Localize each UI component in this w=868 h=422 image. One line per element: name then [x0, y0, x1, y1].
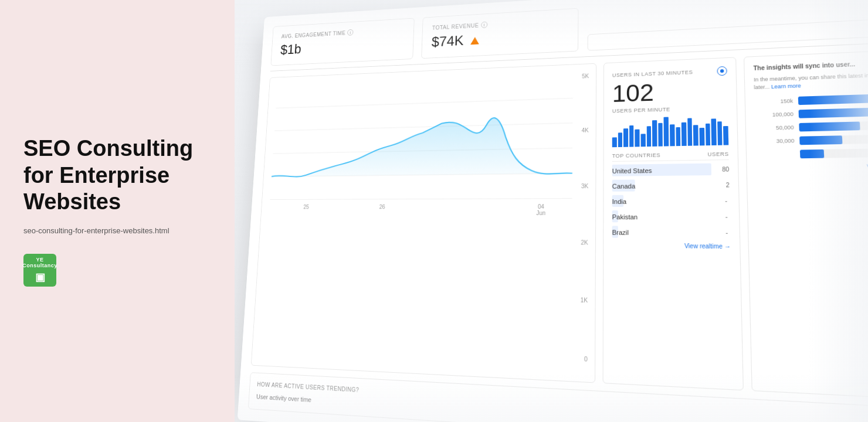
right-panel: Avg. engagement time i $1b Total revenue… [235, 0, 868, 422]
mini-bar-16 [699, 128, 704, 145]
y-label-1k: 1K [581, 297, 588, 304]
mini-bar-8 [652, 120, 657, 147]
trending-card: HOW ARE ACTIVE USERS TRENDING? User acti… [248, 372, 868, 422]
country-row-pk: Pakistan - [612, 211, 730, 222]
mini-bar-12 [676, 127, 680, 146]
svg-line-4 [270, 199, 572, 200]
h-bar-label-1: 150k [754, 98, 793, 105]
mini-bar-13 [681, 122, 686, 146]
y-label-2k: 2K [581, 239, 588, 246]
mini-bar-15 [693, 125, 699, 145]
metric-revenue: Total revenue i $74K [421, 8, 578, 59]
trending-subtitle: User activity over time [256, 392, 868, 422]
x-label-jun: 04Jun [536, 203, 545, 216]
h-bar-label-2: 100,000 [755, 111, 794, 118]
view-realtime-link[interactable]: View realtime → [612, 242, 731, 250]
country-name-us: United States [612, 167, 652, 175]
country-name-in: India [612, 198, 626, 205]
chart-y-labels: 5K 4K 3K 2K 1K 0 [580, 73, 589, 363]
mini-bar-17 [705, 123, 710, 145]
fade-overlay-right [809, 0, 868, 422]
metric-engagement: Avg. engagement time i $1b [270, 18, 414, 66]
y-label-0: 0 [584, 356, 588, 363]
mini-bar-1 [612, 137, 617, 147]
revenue-label: Total revenue [432, 22, 479, 30]
y-label-4k: 4K [582, 127, 589, 134]
brand-badge: YE Consultancy ▣ [23, 254, 56, 287]
live-dot [720, 69, 724, 73]
page-title: SEO Consulting for Enterprise Websites [23, 135, 211, 216]
svg-line-0 [276, 98, 573, 108]
realtime-panel: USERS IN LAST 30 MINUTES 102 USERS PER M… [603, 57, 744, 390]
realtime-header-label: USERS IN LAST 30 MINUTES [612, 69, 693, 78]
h-bar-label-5 [755, 154, 795, 155]
country-count-br: - [725, 229, 728, 236]
x-label-25: 25 [303, 204, 309, 216]
engagement-value: $1b [280, 36, 405, 58]
mini-bar-14 [687, 118, 693, 146]
insights-learn-more[interactable]: Learn more [771, 83, 801, 90]
country-count-pk: - [725, 213, 728, 220]
revenue-info-icon[interactable]: i [481, 22, 487, 28]
mini-bar-10 [664, 117, 669, 147]
top-countries-header: TOP COUNTRIES USERS [612, 151, 729, 162]
dashboard: Avg. engagement time i $1b Total revenue… [238, 0, 868, 422]
country-count-in: - [725, 198, 727, 204]
mini-bar-chart [612, 115, 729, 147]
chart-x-labels: 25 26 04Jun [269, 201, 586, 216]
trending-title: HOW ARE ACTIVE USERS TRENDING? [257, 381, 868, 422]
x-label-empty [459, 203, 459, 216]
mini-bar-19 [717, 121, 723, 145]
mini-bar-5 [635, 130, 640, 147]
country-count-ca: 2 [725, 182, 729, 188]
realtime-count: 102 [612, 78, 728, 106]
y-label-3k: 3K [581, 183, 588, 189]
mini-bar-7 [646, 126, 651, 147]
country-row-in: India - [612, 195, 730, 206]
page-url: seo-consulting-for-enterprise-websites.h… [23, 226, 211, 235]
country-row-ca: Canada 2 [612, 179, 730, 191]
svg-line-1 [274, 123, 573, 131]
badge-icon: ▣ [35, 271, 45, 284]
mini-bar-3 [623, 128, 628, 147]
mini-bar-9 [658, 123, 663, 147]
h-bar-label-4: 30,000 [755, 138, 795, 145]
badge-label: YE Consultancy [22, 257, 57, 270]
mini-bar-11 [670, 124, 674, 147]
live-icon [717, 66, 727, 76]
country-name-pk: Pakistan [612, 213, 638, 220]
y-label-5k: 5K [582, 73, 589, 79]
warning-triangle-icon [470, 37, 479, 45]
line-chart-svg [270, 73, 586, 200]
country-row-br: Brazil - [612, 226, 731, 238]
bottom-row: HOW ARE ACTIVE USERS TRENDING? User acti… [248, 372, 868, 422]
realtime-header: USERS IN LAST 30 MINUTES [612, 66, 727, 80]
mini-bar-20 [723, 125, 728, 145]
revenue-value: $74K [431, 26, 567, 50]
engagement-label: Avg. engagement time [282, 30, 346, 39]
country-row-us: United States 80 [612, 164, 730, 176]
country-name-ca: Canada [612, 182, 636, 189]
mini-bar-6 [641, 134, 646, 147]
info-icon[interactable]: i [347, 29, 354, 36]
h-bar-label-3: 50,000 [755, 124, 794, 131]
mini-bar-4 [629, 125, 634, 147]
x-label-26: 26 [379, 204, 385, 216]
left-panel: SEO Consulting for Enterprise Websites s… [0, 0, 235, 422]
chart-area: 5K 4K 3K 2K 1K 0 [251, 63, 596, 383]
mini-bar-2 [618, 132, 622, 147]
country-name-br: Brazil [612, 229, 629, 236]
mini-bar-18 [711, 118, 717, 145]
country-count-us: 80 [722, 166, 729, 172]
